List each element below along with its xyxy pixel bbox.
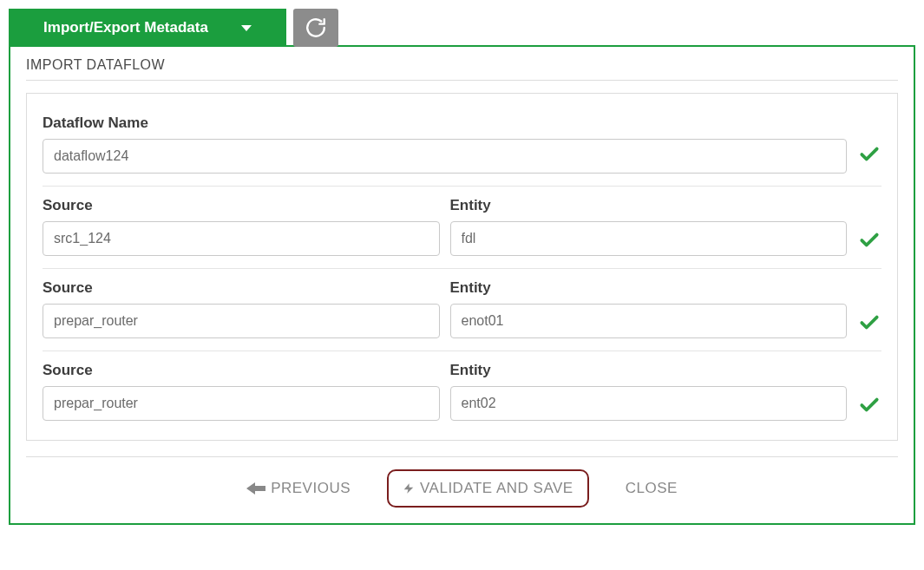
check-icon — [858, 228, 881, 251]
source-input[interactable] — [43, 386, 440, 421]
import-export-metadata-dropdown[interactable]: Import/Export Metadata — [9, 9, 286, 47]
svg-marker-0 — [246, 482, 265, 495]
import-dataflow-panel: IMPORT DATAFLOW Dataflow Name — [9, 45, 915, 525]
entity-input[interactable] — [450, 304, 848, 338]
close-button[interactable]: CLOSE — [613, 471, 690, 506]
validation-icon-slot — [857, 228, 881, 256]
dataflow-name-input[interactable] — [43, 139, 847, 174]
panel-title: IMPORT DATAFLOW — [26, 57, 898, 81]
footer-actions: PREVIOUS VALIDATE AND SAVE CLOSE — [26, 457, 898, 508]
svg-marker-1 — [404, 483, 414, 494]
source-label: Source — [43, 362, 440, 379]
entity-input[interactable] — [450, 221, 848, 256]
check-icon — [858, 311, 881, 333]
validation-icon-slot — [857, 393, 881, 421]
import-export-label: Import/Export Metadata — [43, 19, 208, 36]
validate-and-save-button[interactable]: VALIDATE AND SAVE — [387, 469, 589, 508]
entity-label: Entity — [450, 279, 848, 297]
source-input[interactable] — [43, 221, 440, 256]
refresh-icon — [305, 16, 327, 39]
arrow-left-icon — [246, 482, 265, 495]
dataflow-name-section: Dataflow Name — [43, 104, 881, 186]
entity-input[interactable] — [450, 386, 848, 421]
form-box: Dataflow Name Source — [26, 93, 898, 441]
refresh-button[interactable] — [293, 9, 338, 47]
entity-label: Entity — [450, 197, 848, 214]
previous-label: PREVIOUS — [271, 480, 351, 497]
previous-button[interactable]: PREVIOUS — [234, 471, 363, 506]
entity-label: Entity — [450, 362, 848, 379]
close-label: CLOSE — [626, 480, 678, 497]
check-icon — [858, 393, 881, 416]
validation-icon-slot — [857, 311, 881, 338]
caret-down-icon — [241, 25, 252, 31]
validate-label: VALIDATE AND SAVE — [420, 480, 573, 497]
validation-icon-slot — [857, 142, 881, 170]
source-entity-row: Source Entity — [43, 268, 881, 351]
source-label: Source — [43, 197, 440, 214]
source-entity-row: Source Entity — [43, 186, 881, 268]
source-input[interactable] — [43, 304, 440, 338]
source-label: Source — [43, 279, 440, 297]
source-entity-row: Source Entity — [43, 351, 881, 424]
dataflow-name-label: Dataflow Name — [43, 115, 881, 132]
check-icon — [858, 142, 881, 165]
bolt-icon — [403, 480, 415, 497]
